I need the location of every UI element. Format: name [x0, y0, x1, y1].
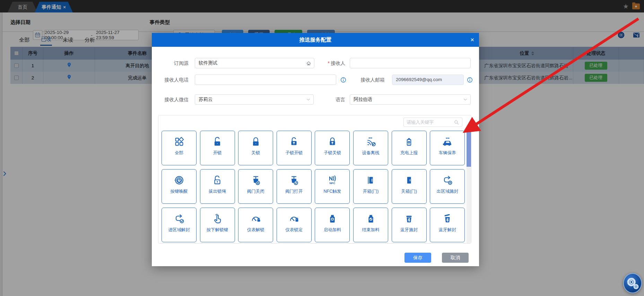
- email-label: 接收人邮箱: [351, 75, 385, 85]
- email-input[interactable]: 2096692549@qq.com: [392, 75, 464, 85]
- event-type-label: 仪表解锁: [247, 227, 264, 233]
- scrollbar-thumb[interactable]: [467, 131, 471, 167]
- press-unlock-icon: [211, 208, 223, 225]
- event-type-label: 全部: [175, 150, 183, 156]
- event-type-card[interactable]: 阀门关闭: [238, 169, 273, 204]
- event-type-label: 设备离线: [362, 150, 380, 156]
- grid-all-icon: [173, 131, 185, 148]
- floating-settings-button[interactable]: [623, 273, 642, 293]
- event-type-card[interactable]: 出区域施封: [430, 169, 465, 204]
- event-type-label: 出区域施封: [436, 189, 458, 194]
- charge-report-icon: [403, 131, 415, 148]
- event-type-card[interactable]: 仪表锁定: [277, 208, 312, 242]
- receiver-input[interactable]: [350, 58, 471, 68]
- dialog-close-icon[interactable]: ×: [470, 33, 474, 47]
- dialog-header: 推送服务配置 ×: [152, 33, 479, 47]
- lock-closed-icon: [250, 131, 262, 148]
- email-info-icon[interactable]: [467, 77, 473, 83]
- rope-pullout-icon: [211, 169, 223, 186]
- event-type-card[interactable]: 蓝牙解封: [430, 208, 465, 242]
- event-type-label: 开锁: [213, 150, 222, 156]
- event-type-label: 子锁关锁: [324, 150, 341, 156]
- event-type-card[interactable]: NFCNFC触发: [315, 169, 350, 204]
- double-gear-icon: [626, 276, 639, 290]
- event-type-card[interactable]: 结束加料: [353, 208, 388, 242]
- wechat-chevron-down-icon[interactable]: [306, 97, 311, 102]
- valve-close-icon: [250, 169, 262, 186]
- meter-lock-icon: [288, 208, 300, 225]
- exit-area-seal-icon: [442, 169, 453, 186]
- event-type-label: 按键唤醒: [171, 189, 188, 194]
- bluetooth-seal-icon: [403, 208, 415, 225]
- language-select[interactable]: 阿拉伯语: [350, 94, 471, 105]
- event-type-card[interactable]: 按键唤醒: [162, 169, 197, 204]
- event-type-card[interactable]: 按下解锁键: [200, 208, 235, 242]
- valve-open-icon: [288, 169, 300, 186]
- event-type-label: 关箱(门): [401, 189, 417, 194]
- event-type-panel: 请输入关键字 全部开锁关锁子锁开锁子锁关锁设备离线充电上报车辆保养按键唤醒拔出锁…: [158, 115, 471, 244]
- save-button[interactable]: 保存: [404, 253, 431, 263]
- event-type-label: 阀门打开: [285, 189, 303, 194]
- svg-text:NFC: NFC: [329, 182, 335, 185]
- event-type-card[interactable]: 子锁开锁: [277, 131, 312, 165]
- search-placeholder: 请输入关键字: [407, 119, 452, 125]
- nfc-trigger-icon: NFC: [327, 169, 338, 186]
- event-type-label: 拔出锁绳: [209, 189, 226, 194]
- event-type-label: NFC触发: [324, 189, 341, 194]
- event-type-card[interactable]: 启动加料: [315, 208, 350, 242]
- event-type-card[interactable]: 阀门打开: [277, 169, 312, 204]
- panel-scrollbar[interactable]: [467, 130, 471, 243]
- event-type-label: 按下解锁键: [207, 227, 228, 233]
- wechat-select[interactable]: 苏莉云: [195, 94, 314, 105]
- sublock-close-icon: [327, 131, 338, 148]
- event-type-label: 进区域解封: [168, 227, 190, 233]
- keyword-search-input[interactable]: 请输入关键字: [403, 117, 462, 127]
- event-type-label: 启动加料: [324, 227, 341, 233]
- event-type-label: 关锁: [251, 150, 260, 156]
- box-open-icon: [365, 169, 377, 186]
- key-wake-icon: [173, 169, 185, 186]
- search-icon[interactable]: [454, 120, 459, 125]
- phone-input[interactable]: [195, 75, 336, 85]
- event-type-card[interactable]: 子锁关锁: [315, 131, 350, 165]
- phone-info-icon[interactable]: [340, 77, 347, 83]
- event-type-card[interactable]: 仪表解锁: [238, 208, 273, 242]
- language-label: 语言: [319, 94, 345, 105]
- receiver-label: *接收人: [317, 58, 345, 68]
- device-offline-icon: [365, 131, 377, 148]
- event-type-card[interactable]: 全部: [162, 131, 197, 165]
- wechat-label: 接收人微信: [155, 94, 189, 105]
- event-type-card[interactable]: 车辆保养: [430, 131, 465, 165]
- event-type-label: 开箱(门): [363, 189, 379, 194]
- dialog-title: 推送服务配置: [299, 36, 332, 44]
- event-type-label: 阀门关闭: [247, 189, 264, 194]
- push-service-config-dialog: 推送服务配置 × 订阅源 软件测试 *接收人 接收人电话 接收人邮箱 20966…: [152, 33, 479, 266]
- event-type-card[interactable]: 进区域解封: [162, 208, 197, 242]
- event-type-card[interactable]: 开箱(门): [353, 169, 388, 204]
- vehicle-maintenance-icon: [442, 131, 453, 148]
- event-type-card[interactable]: 开锁: [200, 131, 235, 165]
- source-input[interactable]: 软件测试: [195, 58, 314, 68]
- start-feed-icon: [327, 208, 338, 225]
- end-feed-icon: [365, 208, 377, 225]
- event-type-label: 仪表锁定: [285, 227, 303, 233]
- home-icon[interactable]: [306, 60, 312, 66]
- event-type-label: 结束加料: [362, 227, 380, 233]
- event-type-label: 蓝牙解封: [439, 227, 456, 233]
- meter-unlock-icon: [250, 208, 262, 225]
- event-type-label: 充电上报: [400, 150, 418, 156]
- event-type-card[interactable]: 设备离线: [353, 131, 388, 165]
- event-type-card[interactable]: 关锁: [238, 131, 273, 165]
- bluetooth-unseal-icon: [442, 208, 453, 225]
- cancel-button[interactable]: 取消: [442, 253, 469, 263]
- event-type-card[interactable]: 关箱(门): [392, 169, 427, 204]
- event-type-label: 车辆保养: [439, 150, 456, 156]
- source-label: 订阅源: [161, 58, 189, 68]
- language-chevron-down-icon[interactable]: [463, 97, 468, 102]
- event-type-card[interactable]: 蓝牙施封: [392, 208, 427, 242]
- event-type-card[interactable]: 拔出锁绳: [200, 169, 235, 204]
- enter-area-unseal-icon: [173, 208, 185, 225]
- event-type-label: 子锁开锁: [285, 150, 303, 156]
- lock-open-icon: [211, 131, 223, 148]
- event-type-card[interactable]: 充电上报: [392, 131, 427, 165]
